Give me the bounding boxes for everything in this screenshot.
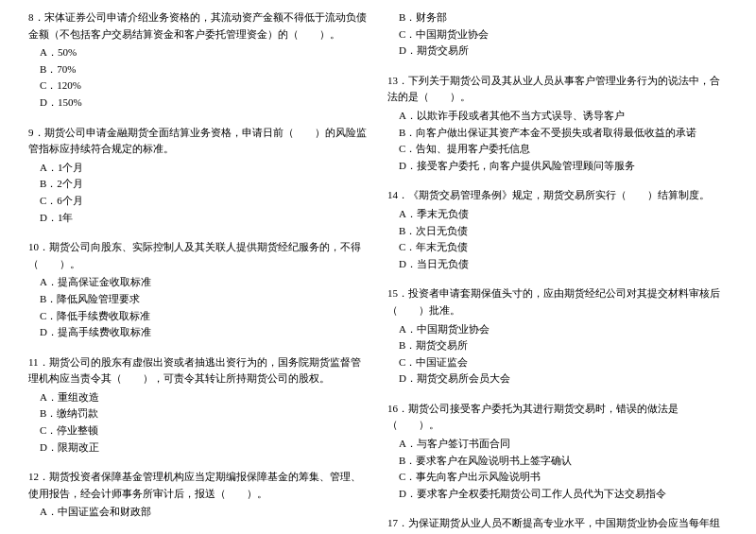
option-13b: B．向客户做出保证其资产本金不受损失或者取得最低收益的承诺 [399,125,728,142]
question-12: 12．期货投资者保障基金管理机构应当定期编报保障基金的筹集、管理、使用报告，经会… [28,469,369,521]
option-9d: D．1年 [40,210,369,227]
option-9a: A．1个月 [40,160,369,177]
question-8-text: 8．宋体证券公司申请介绍业务资格的，其流动资产金额不得低于流动负债金额（不包括客… [28,9,369,43]
option-16b: B．要求客户在风险说明书上签字确认 [399,453,728,470]
option-8d: D．150% [40,95,369,112]
question-13-text: 13．下列关于期货公司及其从业人员从事客户管理业务行为的说法中，合法的是（ ）。 [387,73,728,106]
option-15b: B．期货交易所 [399,337,728,354]
option-11b: B．缴纳罚款 [40,405,369,422]
option-10d: D．提高手续费收取标准 [40,324,369,341]
option-11c: C．停业整顿 [40,422,369,439]
option-10a: A．提高保证金收取标准 [40,274,369,291]
option-16d: D．要求客户全权委托期货公司工作人员代为下达交易指令 [399,486,728,503]
option-10c: C．降低手续费收取标准 [40,308,369,325]
question-16-options: A．与客户签订书面合同 B．要求客户在风险说明书上签字确认 C．事先向客户出示风… [387,436,728,502]
question-8: 8．宋体证券公司申请介绍业务资格的，其流动资产金额不得低于流动负债金额（不包括客… [28,9,369,112]
question-17: 17．为保证期货从业人员不断提高专业水平，中国期货业协会应当每年组织（ ）。 A… [387,515,728,534]
question-11-options: A．重组改造 B．缴纳罚款 C．停业整顿 D．限期改正 [28,389,369,456]
question-14-text: 14．《期货交易管理条例》规定，期货交易所实行（ ）结算制度。 [387,187,728,204]
option-15c: C．中国证监会 [399,354,728,371]
option-9c: C．6个月 [40,193,369,210]
question-12b-options: B．财务部 C．中国期货业协会 D．期货交易所 [387,9,728,60]
question-15: 15．投资者申请套期保值头寸的，应由期货经纪公司对其提交材料审核后（ ）批准。 … [387,285,728,388]
option-8a: A．50% [40,44,369,61]
question-11: 11．期货公司的股东有虚假出资或者抽逃出资行为的，国务院期货监督管理机构应当责令… [28,354,369,456]
option-16a: A．与客户签订书面合同 [399,436,728,453]
option-12a: A．中国证监会和财政部 [40,504,369,521]
question-15-text: 15．投资者申请套期保值头寸的，应由期货经纪公司对其提交材料审核后（ ）批准。 [387,285,728,319]
question-15-options: A．中国期货业协会 B．期货交易所 C．中国证监会 D．期货交易所会员大会 [387,321,728,388]
question-9-text: 9．期货公司申请金融期货全面结算业务资格，申请日前（ ）的风险监管指标应持续符合… [28,125,369,158]
option-10b: B．降低风险管理要求 [40,291,369,308]
option-12c: C．中国期货业协会 [399,26,728,43]
option-14a: A．季末无负债 [399,206,728,223]
question-12-continued: B．财务部 C．中国期货业协会 D．期货交易所 [387,9,728,60]
question-13-options: A．以欺诈手段或者其他不当方式误导、诱导客户 B．向客户做出保证其资产本金不受损… [387,108,728,174]
option-14c: C．年末无负债 [399,239,728,256]
option-11d: D．限期改正 [40,439,369,456]
question-10-text: 10．期货公司向股东、实际控制人及其关联人提供期货经纪服务的，不得（ ）。 [28,239,369,272]
option-14d: D．当日无负债 [399,256,728,273]
question-8-options: A．50% B．70% C．120% D．150% [28,44,369,111]
question-17-text: 17．为保证期货从业人员不断提高专业水平，中国期货业协会应当每年组织（ ）。 [387,515,728,534]
question-16: 16．期货公司接受客户委托为其进行期货交易时，错误的做法是（ ）。 A．与客户签… [387,401,728,503]
question-9-options: A．1个月 B．2个月 C．6个月 D．1年 [28,160,369,226]
right-column: B．财务部 C．中国期货业协会 D．期货交易所 13．下列关于期货公司及其从业人… [387,9,728,534]
option-15a: A．中国期货业协会 [399,321,728,338]
question-10-options: A．提高保证金收取标准 B．降低风险管理要求 C．降低手续费收取标准 D．提高手… [28,274,369,340]
option-12b: B．财务部 [399,9,728,26]
page-content: 8．宋体证券公司申请介绍业务资格的，其流动资产金额不得低于流动负债金额（不包括客… [28,9,728,534]
option-9b: B．2个月 [40,176,369,193]
option-13a: A．以欺诈手段或者其他不当方式误导、诱导客户 [399,108,728,125]
option-8b: B．70% [40,61,369,78]
question-16-text: 16．期货公司接受客户委托为其进行期货交易时，错误的做法是（ ）。 [387,401,728,434]
question-14: 14．《期货交易管理条例》规定，期货交易所实行（ ）结算制度。 A．季末无负债 … [387,187,728,272]
option-11a: A．重组改造 [40,389,369,406]
question-13: 13．下列关于期货公司及其从业人员从事客户管理业务行为的说法中，合法的是（ ）。… [387,73,728,175]
option-14b: B．次日无负债 [399,223,728,240]
question-12-options: A．中国证监会和财政部 [28,504,369,521]
option-13c: C．告知、提用客户委托信息 [399,141,728,158]
question-12-text: 12．期货投资者保障基金管理机构应当定期编报保障基金的筹集、管理、使用报告，经会… [28,469,369,502]
question-11-text: 11．期货公司的股东有虚假出资或者抽逃出资行为的，国务院期货监督管理机构应当责令… [28,354,369,388]
option-8c: C．120% [40,78,369,95]
option-13d: D．接受客户委托，向客户提供风险管理顾问等服务 [399,158,728,175]
question-9: 9．期货公司申请金融期货全面结算业务资格，申请日前（ ）的风险监管指标应持续符合… [28,125,369,227]
option-12d: D．期货交易所 [399,43,728,60]
question-14-options: A．季末无负债 B．次日无负债 C．年末无负债 D．当日无负债 [387,206,728,272]
option-15d: D．期货交易所会员大会 [399,370,728,388]
question-10: 10．期货公司向股东、实际控制人及其关联人提供期货经纪服务的，不得（ ）。 A．… [28,239,369,341]
left-column: 8．宋体证券公司申请介绍业务资格的，其流动资产金额不得低于流动负债金额（不包括客… [28,9,369,534]
option-16c: C．事先向客户出示风险说明书 [399,469,728,486]
